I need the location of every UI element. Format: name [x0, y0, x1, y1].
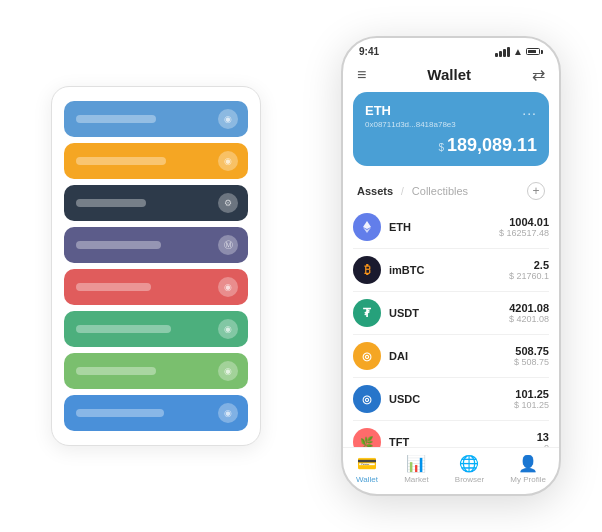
page-title: Wallet	[427, 66, 471, 83]
eth-usd: $ 162517.48	[499, 228, 549, 238]
stack-card-1[interactable]: ◉	[64, 101, 248, 137]
nav-wallet[interactable]: 💳 Wallet	[356, 454, 378, 484]
usdc-icon: ◎	[353, 385, 381, 413]
card-dot-4: Ⓜ	[218, 235, 238, 255]
asset-item-eth[interactable]: ETH 1004.01 $ 162517.48	[353, 206, 549, 249]
imbtc-values: 2.5 $ 21760.1	[509, 259, 549, 281]
eth-card-header: ETH ...	[365, 102, 537, 118]
add-asset-button[interactable]: +	[527, 182, 545, 200]
status-bar: 9:41 ▲	[343, 38, 559, 61]
eth-balance-card[interactable]: ETH ... 0x08711d3d...8418a78e3 $ 189,089…	[353, 92, 549, 166]
wallet-nav-label: Wallet	[356, 475, 378, 484]
menu-icon[interactable]: ≡	[357, 66, 366, 84]
market-nav-icon: 📊	[406, 454, 426, 473]
signal-icon	[495, 47, 510, 57]
card-bar-5	[76, 283, 151, 291]
usdc-amount: 101.25	[514, 388, 549, 400]
battery-icon	[526, 48, 543, 55]
imbtc-name: imBTC	[389, 264, 509, 276]
scan-icon[interactable]: ⇄	[532, 65, 545, 84]
eth-address: 0x08711d3d...8418a78e3	[365, 120, 537, 129]
usdt-usd: $ 4201.08	[509, 314, 549, 324]
stack-card-2[interactable]: ◉	[64, 143, 248, 179]
card-bar-4	[76, 241, 161, 249]
eth-card-more-icon[interactable]: ...	[522, 102, 537, 118]
usdt-icon: ₮	[353, 299, 381, 327]
card-dot-8: ◉	[218, 403, 238, 423]
card-dot-2: ◉	[218, 151, 238, 171]
stack-card-4[interactable]: Ⓜ	[64, 227, 248, 263]
usdc-usd: $ 101.25	[514, 400, 549, 410]
eth-balance-value: 189,089.11	[447, 135, 537, 155]
tab-collectibles[interactable]: Collectibles	[412, 185, 468, 197]
eth-values: 1004.01 $ 162517.48	[499, 216, 549, 238]
nav-browser[interactable]: 🌐 Browser	[455, 454, 484, 484]
dai-values: 508.75 $ 508.75	[514, 345, 549, 367]
dai-icon: ◎	[353, 342, 381, 370]
stack-card-8[interactable]: ◉	[64, 395, 248, 431]
asset-item-usdt[interactable]: ₮ USDT 4201.08 $ 4201.08	[353, 292, 549, 335]
stack-card-3[interactable]: ⚙	[64, 185, 248, 221]
card-bar-8	[76, 409, 164, 417]
asset-item-usdc[interactable]: ◎ USDC 101.25 $ 101.25	[353, 378, 549, 421]
usdt-name: USDT	[389, 307, 509, 319]
asset-item-dai[interactable]: ◎ DAI 508.75 $ 508.75	[353, 335, 549, 378]
card-dot-1: ◉	[218, 109, 238, 129]
profile-nav-icon: 👤	[518, 454, 538, 473]
tab-separator: /	[401, 186, 404, 197]
phone-content: ETH ... 0x08711d3d...8418a78e3 $ 189,089…	[343, 92, 559, 447]
status-icons: ▲	[495, 46, 543, 57]
dai-name: DAI	[389, 350, 514, 362]
dai-usd: $ 508.75	[514, 357, 549, 367]
tft-name: TFT	[389, 436, 537, 447]
card-bar-1	[76, 115, 156, 123]
market-nav-label: Market	[404, 475, 428, 484]
tft-values: 13 0	[537, 431, 549, 447]
card-dot-5: ◉	[218, 277, 238, 297]
tft-amount: 13	[537, 431, 549, 443]
profile-nav-label: My Profile	[510, 475, 546, 484]
tft-icon: 🌿	[353, 428, 381, 447]
eth-icon	[353, 213, 381, 241]
asset-item-tft[interactable]: 🌿 TFT 13 0	[353, 421, 549, 447]
browser-nav-label: Browser	[455, 475, 484, 484]
imbtc-usd: $ 21760.1	[509, 271, 549, 281]
usdt-values: 4201.08 $ 4201.08	[509, 302, 549, 324]
card-bar-3	[76, 199, 146, 207]
card-bar-7	[76, 367, 156, 375]
phone-mockup: 9:41 ▲ ≡ Wallet ⇄	[341, 36, 561, 496]
eth-amount: 1004.01	[499, 216, 549, 228]
nav-market[interactable]: 📊 Market	[404, 454, 428, 484]
scene: ◉ ◉ ⚙ Ⓜ ◉ ◉ ◉ ◉	[21, 16, 581, 516]
tab-assets[interactable]: Assets	[357, 185, 393, 197]
phone-header: ≡ Wallet ⇄	[343, 61, 559, 92]
imbtc-amount: 2.5	[509, 259, 549, 271]
card-dot-6: ◉	[218, 319, 238, 339]
card-stack: ◉ ◉ ⚙ Ⓜ ◉ ◉ ◉ ◉	[51, 86, 261, 446]
stack-card-7[interactable]: ◉	[64, 353, 248, 389]
svg-marker-0	[363, 221, 371, 229]
eth-currency-label: $ 189,089.11	[365, 135, 537, 156]
asset-list: ETH 1004.01 $ 162517.48 ₿ imBTC 2.5 $ 21…	[343, 206, 559, 447]
card-bar-2	[76, 157, 166, 165]
asset-item-imbtc[interactable]: ₿ imBTC 2.5 $ 21760.1	[353, 249, 549, 292]
dai-amount: 508.75	[514, 345, 549, 357]
stack-card-6[interactable]: ◉	[64, 311, 248, 347]
assets-tabs: Assets / Collectibles	[357, 185, 468, 197]
nav-profile[interactable]: 👤 My Profile	[510, 454, 546, 484]
usdc-name: USDC	[389, 393, 514, 405]
bottom-nav: 💳 Wallet 📊 Market 🌐 Browser 👤 My Profile	[343, 447, 559, 494]
browser-nav-icon: 🌐	[459, 454, 479, 473]
wifi-icon: ▲	[513, 46, 523, 57]
stack-card-5[interactable]: ◉	[64, 269, 248, 305]
card-dot-7: ◉	[218, 361, 238, 381]
imbtc-icon: ₿	[353, 256, 381, 284]
assets-header: Assets / Collectibles +	[343, 176, 559, 206]
usdc-values: 101.25 $ 101.25	[514, 388, 549, 410]
eth-card-title: ETH	[365, 103, 391, 118]
status-time: 9:41	[359, 46, 379, 57]
eth-name: ETH	[389, 221, 499, 233]
card-dot-3: ⚙	[218, 193, 238, 213]
usdt-amount: 4201.08	[509, 302, 549, 314]
wallet-nav-icon: 💳	[357, 454, 377, 473]
